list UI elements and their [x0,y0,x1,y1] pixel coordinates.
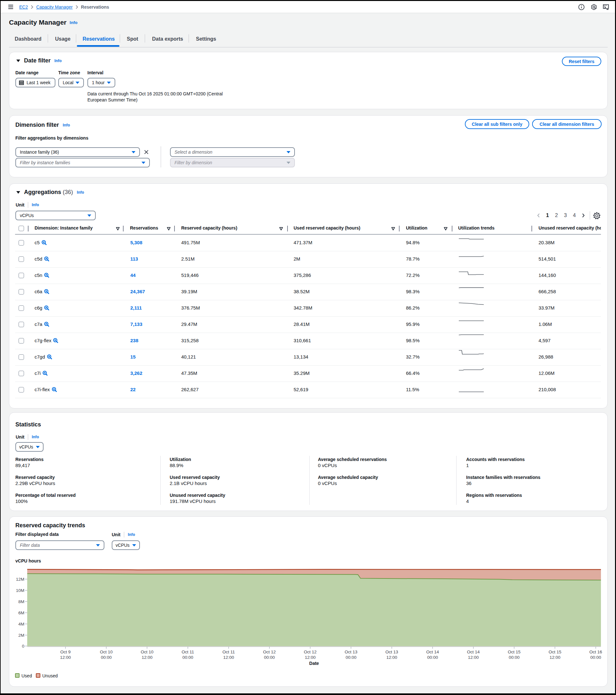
svg-text:Oct 13: Oct 13 [385,649,398,654]
svg-text:Oct 10: Oct 10 [140,649,153,654]
svg-text:12:00: 12:00 [468,655,479,660]
svg-text:6M: 6M [18,610,24,615]
svg-text:8M: 8M [18,599,24,604]
svg-text:00:00: 00:00 [264,655,275,660]
svg-text:Oct 10: Oct 10 [100,649,113,654]
svg-text:Oct 14: Oct 14 [467,649,480,654]
svg-text:Oct 13: Oct 13 [345,649,357,654]
svg-text:Oct 11: Oct 11 [182,649,194,654]
svg-text:10M: 10M [16,588,24,593]
svg-text:12:00: 12:00 [549,655,560,660]
svg-text:Oct 14: Oct 14 [426,649,439,654]
svg-text:0: 0 [22,644,24,648]
svg-text:Oct 11: Oct 11 [222,649,235,654]
svg-text:Oct 12: Oct 12 [304,649,317,654]
svg-text:4M: 4M [18,622,24,627]
svg-text:12M: 12M [16,577,24,582]
svg-text:12:00: 12:00 [223,655,234,660]
svg-text:Date: Date [309,661,319,666]
svg-text:00:00: 00:00 [346,655,356,660]
svg-text:12:00: 12:00 [386,655,397,660]
svg-text:12:00: 12:00 [141,655,152,660]
svg-text:00:00: 00:00 [509,655,520,660]
svg-text:00:00: 00:00 [101,655,112,660]
svg-text:12:00: 12:00 [60,655,71,660]
svg-text:00:00: 00:00 [590,655,601,660]
svg-text:Oct 12: Oct 12 [263,649,276,654]
svg-text:2M: 2M [18,633,24,638]
svg-text:00:00: 00:00 [427,655,438,660]
svg-text:Oct 15: Oct 15 [508,649,521,654]
svg-text:Oct 16: Oct 16 [589,649,602,654]
svg-text:12:00: 12:00 [305,655,316,660]
svg-text:Oct 9: Oct 9 [60,649,70,654]
svg-text:00:00: 00:00 [183,655,194,660]
svg-text:Oct 15: Oct 15 [548,649,561,654]
